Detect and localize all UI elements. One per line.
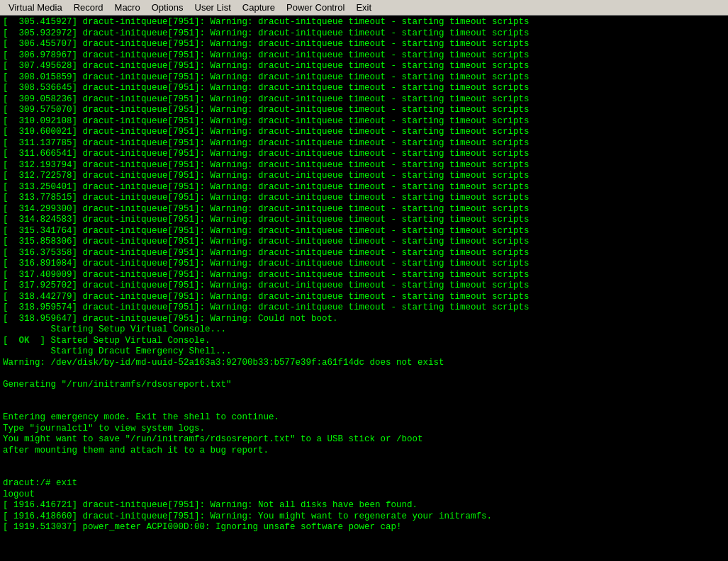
- terminal-line: You might want to save "/run/initramfs/r…: [3, 434, 423, 444]
- terminal-line: [ 305.932972] dracut-initqueue[7951]: Wa…: [3, 28, 530, 38]
- terminal-line: [ 317.925702] dracut-initqueue[7951]: Wa…: [3, 280, 530, 290]
- terminal-line: [ 311.137785] dracut-initqueue[7951]: Wa…: [3, 138, 530, 148]
- terminal-line: [ 309.058236] dracut-initqueue[7951]: Wa…: [3, 94, 530, 104]
- menu-user-list[interactable]: User List: [189, 0, 237, 16]
- terminal-line: [ 318.959647] dracut-initqueue[7951]: Wa…: [3, 314, 338, 324]
- terminal-line: [ 1919.513037] power_meter ACPI000D:00: …: [3, 522, 402, 532]
- terminal-line: [ 316.375358] dracut-initqueue[7951]: Wa…: [3, 248, 530, 258]
- terminal-line: [ 305.415927] dracut-initqueue[7951]: Wa…: [3, 17, 530, 27]
- terminal-line: [ 315.858306] dracut-initqueue[7951]: Wa…: [3, 237, 530, 246]
- terminal-line: after mounting them and attach it to a b…: [3, 446, 269, 455]
- terminal-line: [ 316.891084] dracut-initqueue[7951]: Wa…: [3, 259, 530, 268]
- terminal-line: Warning: /dev/disk/by-id/md-uuid-52a163a…: [3, 358, 444, 368]
- terminal-line: [ 314.299300] dracut-initqueue[7951]: Wa…: [3, 204, 530, 214]
- terminal-line: [ 318.959574] dracut-initqueue[7951]: Wa…: [3, 302, 530, 312]
- terminal-line: dracut:/# exit: [3, 478, 77, 488]
- terminal-line: [ 311.666541] dracut-initqueue[7951]: Wa…: [3, 149, 530, 159]
- menu-power-control[interactable]: Power Control: [281, 0, 350, 16]
- terminal-line: [ 308.536645] dracut-initqueue[7951]: Wa…: [3, 83, 530, 93]
- terminal-line: [ 314.824583] dracut-initqueue[7951]: Wa…: [3, 215, 530, 225]
- terminal-line: [ 310.600021] dracut-initqueue[7951]: Wa…: [3, 127, 530, 137]
- menu-capture[interactable]: Capture: [237, 0, 281, 16]
- terminal-line: [ 306.978967] dracut-initqueue[7951]: Wa…: [3, 50, 530, 60]
- menu-macro[interactable]: Macro: [109, 0, 146, 16]
- terminal-line: [ 308.015859] dracut-initqueue[7951]: Wa…: [3, 72, 530, 82]
- terminal-line: [ 318.442779] dracut-initqueue[7951]: Wa…: [3, 292, 530, 302]
- menu-record[interactable]: Record: [68, 0, 109, 16]
- terminal-line: [ 1916.418660] dracut-initqueue[7951]: W…: [3, 511, 492, 521]
- terminal-line: logout: [3, 489, 35, 499]
- menubar: Virtual Media Record Macro Options User …: [0, 0, 728, 16]
- terminal-line: [ 312.722578] dracut-initqueue[7951]: Wa…: [3, 171, 530, 181]
- terminal-line: Entering emergency mode. Exit the shell …: [3, 412, 279, 422]
- terminal-line: [ 306.455707] dracut-initqueue[7951]: Wa…: [3, 39, 530, 49]
- terminal-line: [ 313.250401] dracut-initqueue[7951]: Wa…: [3, 182, 530, 192]
- terminal-line: Type "journalctl" to view system logs.: [3, 424, 205, 434]
- terminal-line: [ OK ] Started Setup Virtual Console.: [3, 336, 211, 346]
- terminal-line: [ 317.409009] dracut-initqueue[7951]: Wa…: [3, 270, 530, 280]
- menu-exit[interactable]: Exit: [350, 0, 377, 16]
- terminal-line: Starting Setup Virtual Console...: [3, 324, 226, 334]
- menu-virtual-media[interactable]: Virtual Media: [3, 0, 68, 16]
- menu-options[interactable]: Options: [146, 0, 189, 16]
- terminal: [ 305.415927] dracut-initqueue[7951]: Wa…: [0, 16, 728, 561]
- terminal-line: [ 1916.416721] dracut-initqueue[7951]: W…: [3, 500, 418, 510]
- terminal-line: Generating "/run/initramfs/rdsosreport.t…: [3, 380, 232, 390]
- terminal-line: [ 310.092108] dracut-initqueue[7951]: Wa…: [3, 116, 530, 126]
- terminal-line: [ 309.575070] dracut-initqueue[7951]: Wa…: [3, 105, 530, 115]
- terminal-line: [ 307.495628] dracut-initqueue[7951]: Wa…: [3, 61, 530, 71]
- terminal-line: [ 312.193794] dracut-initqueue[7951]: Wa…: [3, 160, 530, 170]
- terminal-line: [ 313.778515] dracut-initqueue[7951]: Wa…: [3, 193, 530, 203]
- terminal-line: Starting Dracut Emergency Shell...: [3, 346, 232, 356]
- ok-badge: OK: [9, 336, 40, 346]
- terminal-line: [ 315.341764] dracut-initqueue[7951]: Wa…: [3, 226, 530, 236]
